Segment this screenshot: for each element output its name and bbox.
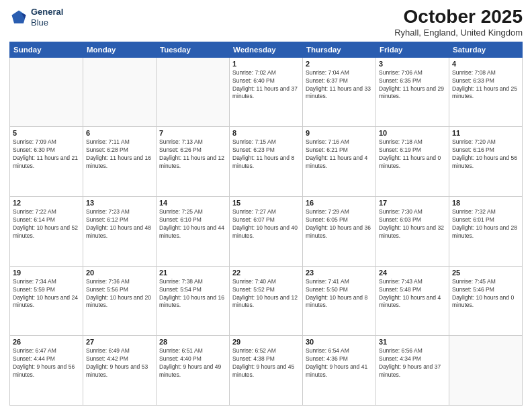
day-number: 14 (159, 199, 226, 207)
day-cell: 14Sunrise: 7:25 AMSunset: 6:10 PMDayligh… (157, 197, 230, 267)
logo: General Blue (9, 7, 63, 28)
logo-general: General (31, 7, 63, 17)
day-number: 21 (159, 269, 226, 277)
day-cell: 11Sunrise: 7:20 AMSunset: 6:16 PMDayligh… (449, 127, 523, 197)
day-number: 3 (379, 60, 446, 68)
day-info: Sunrise: 7:22 AMSunset: 6:14 PMDaylight:… (13, 208, 80, 240)
day-number: 10 (379, 129, 446, 137)
week-row-1: 1Sunrise: 7:02 AMSunset: 6:40 PMDaylight… (10, 57, 523, 127)
day-cell: 2Sunrise: 7:04 AMSunset: 6:37 PMDaylight… (303, 57, 376, 127)
day-cell: 17Sunrise: 7:30 AMSunset: 6:03 PMDayligh… (376, 197, 449, 267)
day-info: Sunrise: 7:40 AMSunset: 5:52 PMDaylight:… (232, 278, 300, 310)
day-info: Sunrise: 7:18 AMSunset: 6:19 PMDaylight:… (379, 138, 446, 171)
day-cell (10, 57, 83, 127)
day-header-thursday: Thursday (303, 42, 376, 57)
logo-text: General Blue (31, 7, 63, 28)
day-info: Sunrise: 7:38 AMSunset: 5:54 PMDaylight:… (159, 278, 226, 310)
day-info: Sunrise: 7:09 AMSunset: 6:30 PMDaylight:… (13, 138, 80, 171)
day-info: Sunrise: 7:29 AMSunset: 6:05 PMDaylight:… (306, 208, 373, 240)
day-info: Sunrise: 6:52 AMSunset: 4:38 PMDaylight:… (232, 347, 300, 379)
day-info: Sunrise: 7:25 AMSunset: 6:10 PMDaylight:… (159, 208, 226, 240)
day-number: 27 (86, 338, 153, 346)
day-info: Sunrise: 7:27 AMSunset: 6:07 PMDaylight:… (232, 208, 300, 240)
day-number: 29 (232, 338, 300, 346)
day-info: Sunrise: 7:15 AMSunset: 6:23 PMDaylight:… (232, 138, 300, 171)
day-number: 8 (232, 129, 300, 137)
day-cell: 18Sunrise: 7:32 AMSunset: 6:01 PMDayligh… (449, 197, 523, 267)
day-cell: 21Sunrise: 7:38 AMSunset: 5:54 PMDayligh… (157, 266, 230, 336)
week-row-5: 26Sunrise: 6:47 AMSunset: 4:44 PMDayligh… (10, 336, 523, 406)
day-number: 16 (306, 199, 373, 207)
day-cell: 26Sunrise: 6:47 AMSunset: 4:44 PMDayligh… (10, 336, 83, 406)
day-header-sunday: Sunday (10, 42, 83, 57)
day-cell: 12Sunrise: 7:22 AMSunset: 6:14 PMDayligh… (10, 197, 83, 267)
day-number: 13 (86, 199, 153, 207)
day-cell: 9Sunrise: 7:16 AMSunset: 6:21 PMDaylight… (303, 127, 376, 197)
day-number: 22 (232, 269, 300, 277)
day-cell: 20Sunrise: 7:36 AMSunset: 5:56 PMDayligh… (83, 266, 157, 336)
day-number: 9 (306, 129, 373, 137)
day-info: Sunrise: 7:04 AMSunset: 6:37 PMDaylight:… (306, 69, 373, 101)
day-info: Sunrise: 6:51 AMSunset: 4:40 PMDaylight:… (159, 347, 226, 379)
day-info: Sunrise: 7:45 AMSunset: 5:46 PMDaylight:… (452, 278, 519, 310)
day-info: Sunrise: 7:23 AMSunset: 6:12 PMDaylight:… (86, 208, 153, 240)
day-number: 12 (13, 199, 80, 207)
logo-blue: Blue (31, 17, 63, 28)
day-cell: 1Sunrise: 7:02 AMSunset: 6:40 PMDaylight… (230, 57, 303, 127)
day-header-wednesday: Wednesday (230, 42, 303, 57)
title-section: October 2025 Ryhall, England, United Kin… (394, 7, 523, 38)
day-number: 31 (379, 338, 446, 346)
day-number: 4 (452, 60, 519, 68)
day-number: 11 (452, 129, 519, 137)
day-header-tuesday: Tuesday (157, 42, 230, 57)
day-cell: 22Sunrise: 7:40 AMSunset: 5:52 PMDayligh… (230, 266, 303, 336)
week-row-2: 5Sunrise: 7:09 AMSunset: 6:30 PMDaylight… (10, 127, 523, 197)
location: Ryhall, England, United Kingdom (394, 28, 523, 38)
day-info: Sunrise: 7:08 AMSunset: 6:33 PMDaylight:… (452, 69, 519, 101)
day-cell: 3Sunrise: 7:06 AMSunset: 6:35 PMDaylight… (376, 57, 449, 127)
day-info: Sunrise: 7:41 AMSunset: 5:50 PMDaylight:… (306, 278, 373, 310)
day-info: Sunrise: 7:32 AMSunset: 6:01 PMDaylight:… (452, 208, 519, 240)
day-cell: 7Sunrise: 7:13 AMSunset: 6:26 PMDaylight… (157, 127, 230, 197)
day-cell: 29Sunrise: 6:52 AMSunset: 4:38 PMDayligh… (230, 336, 303, 406)
day-cell: 25Sunrise: 7:45 AMSunset: 5:46 PMDayligh… (449, 266, 523, 336)
day-number: 30 (306, 338, 373, 346)
day-info: Sunrise: 7:02 AMSunset: 6:40 PMDaylight:… (232, 69, 300, 101)
month-title: October 2025 (394, 7, 523, 28)
day-number: 5 (13, 129, 80, 137)
day-info: Sunrise: 6:56 AMSunset: 4:34 PMDaylight:… (379, 347, 446, 379)
day-number: 20 (86, 269, 153, 277)
week-row-3: 12Sunrise: 7:22 AMSunset: 6:14 PMDayligh… (10, 197, 523, 267)
day-cell: 4Sunrise: 7:08 AMSunset: 6:33 PMDaylight… (449, 57, 523, 127)
day-cell: 16Sunrise: 7:29 AMSunset: 6:05 PMDayligh… (303, 197, 376, 267)
day-cell (449, 336, 523, 406)
header: General Blue October 2025 Ryhall, Englan… (9, 7, 523, 38)
day-number: 18 (452, 199, 519, 207)
day-info: Sunrise: 7:43 AMSunset: 5:48 PMDaylight:… (379, 278, 446, 310)
day-cell: 19Sunrise: 7:34 AMSunset: 5:59 PMDayligh… (10, 266, 83, 336)
day-number: 1 (232, 60, 300, 68)
day-cell: 27Sunrise: 6:49 AMSunset: 4:42 PMDayligh… (83, 336, 157, 406)
day-number: 26 (13, 338, 80, 346)
day-number: 17 (379, 199, 446, 207)
day-info: Sunrise: 7:20 AMSunset: 6:16 PMDaylight:… (452, 138, 519, 171)
day-cell: 5Sunrise: 7:09 AMSunset: 6:30 PMDaylight… (10, 127, 83, 197)
day-info: Sunrise: 7:16 AMSunset: 6:21 PMDaylight:… (306, 138, 373, 171)
day-cell: 8Sunrise: 7:15 AMSunset: 6:23 PMDaylight… (230, 127, 303, 197)
day-header-friday: Friday (376, 42, 449, 57)
day-cell (157, 57, 230, 127)
day-info: Sunrise: 7:34 AMSunset: 5:59 PMDaylight:… (13, 278, 80, 310)
day-info: Sunrise: 7:06 AMSunset: 6:35 PMDaylight:… (379, 69, 446, 101)
day-cell: 13Sunrise: 7:23 AMSunset: 6:12 PMDayligh… (83, 197, 157, 267)
calendar-container: General Blue October 2025 Ryhall, Englan… (0, 0, 532, 411)
day-cell: 15Sunrise: 7:27 AMSunset: 6:07 PMDayligh… (230, 197, 303, 267)
day-cell: 31Sunrise: 6:56 AMSunset: 4:34 PMDayligh… (376, 336, 449, 406)
day-number: 15 (232, 199, 300, 207)
day-info: Sunrise: 7:11 AMSunset: 6:28 PMDaylight:… (86, 138, 153, 171)
day-cell: 23Sunrise: 7:41 AMSunset: 5:50 PMDayligh… (303, 266, 376, 336)
logo-icon (9, 8, 28, 27)
day-info: Sunrise: 6:49 AMSunset: 4:42 PMDaylight:… (86, 347, 153, 379)
day-info: Sunrise: 6:47 AMSunset: 4:44 PMDaylight:… (13, 347, 80, 379)
day-number: 7 (159, 129, 226, 137)
day-number: 19 (13, 269, 80, 277)
